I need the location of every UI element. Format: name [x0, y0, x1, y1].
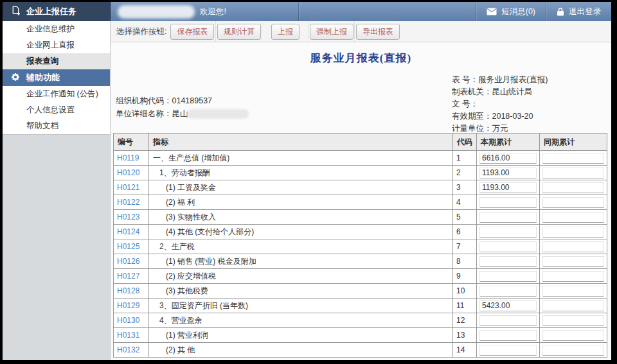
welcome-text: 欢迎您!: [200, 6, 226, 17]
prior-period-input[interactable]: [542, 345, 604, 356]
row-code-link[interactable]: H0127: [114, 272, 139, 281]
topbar: 企业上报任务 欢迎您! 短消息(0): [3, 2, 611, 21]
prior-period-input[interactable]: [542, 168, 604, 178]
col-header-current-period: 本期累计: [477, 134, 540, 151]
table-row: H0132 (2) 其 他 14: [114, 343, 607, 358]
table-row: H0131 (1) 营业利润 13: [114, 328, 607, 343]
logout-button[interactable]: 退出登录: [546, 2, 611, 21]
sidebar-item[interactable]: 企业信息维护: [3, 21, 110, 37]
row-code-link[interactable]: H0130: [114, 316, 139, 325]
meta-label: 计量单位：: [452, 124, 492, 133]
seq-cell: 9: [453, 269, 477, 284]
envelope-icon: [487, 8, 497, 15]
report-table: 编号 指标 代码 本期累计 同期累计 H0119: [113, 133, 607, 358]
prior-period-input[interactable]: [542, 153, 604, 164]
row-code-link[interactable]: H0128: [114, 286, 139, 295]
prior-period-input[interactable]: [542, 182, 604, 193]
row-code-link[interactable]: H0121: [114, 183, 139, 192]
row-code-cell: H0121: [114, 180, 149, 195]
toolbar-button[interactable]: 规则计算: [217, 24, 261, 40]
table-row: H0122 (2) 福 利 4: [114, 195, 607, 210]
prior-period-input[interactable]: [542, 212, 604, 223]
row-code-link[interactable]: H0123: [114, 212, 139, 221]
prior-period-input[interactable]: [542, 300, 604, 311]
sidebar-section-header-aux-functions[interactable]: 辅助功能: [3, 69, 110, 86]
toolbar-button[interactable]: 保存报表: [170, 24, 214, 40]
indicator-cell: 3、固定资产折旧 (当年数): [149, 299, 453, 313]
sidebar-item[interactable]: 帮助文档: [3, 118, 110, 134]
toolbar-button[interactable]: 导出报表: [356, 24, 400, 40]
row-code-cell: H0124: [114, 225, 149, 239]
meta-value: 服务业月报表(直报): [478, 75, 548, 84]
current-period-input[interactable]: [479, 271, 537, 282]
seq-cell: 11: [453, 299, 477, 313]
row-code-link[interactable]: H0122: [114, 198, 139, 207]
prior-period-input[interactable]: [542, 315, 604, 326]
row-code-link[interactable]: H0125: [114, 242, 139, 251]
table-row: H0123 (3) 实物性收入 5: [114, 210, 607, 225]
unit-name-prefix: 昆山: [172, 109, 188, 118]
row-code-link[interactable]: H0131: [114, 331, 139, 340]
prior-period-input[interactable]: [542, 241, 604, 252]
prior-period-input[interactable]: [542, 227, 604, 238]
current-period-cell: [477, 299, 540, 313]
current-period-cell: [477, 328, 540, 343]
current-period-input[interactable]: [479, 227, 537, 238]
row-code-link[interactable]: H0129: [114, 301, 139, 310]
report-meta-block: 表 号：服务业月报表(直报)制表机关：昆山统计局文 号：有效期至：2018-03…: [452, 74, 548, 135]
sidebar-item[interactable]: 报表查询: [3, 53, 110, 69]
row-code-link[interactable]: H0132: [114, 345, 139, 354]
current-period-input[interactable]: [479, 345, 537, 356]
seq-cell: 12: [453, 313, 477, 328]
prior-period-cell: [540, 239, 607, 254]
indicator-cell: (2) 其 他: [149, 343, 453, 358]
gear-icon: [11, 73, 20, 83]
current-period-input[interactable]: [479, 315, 537, 326]
current-period-cell: [477, 195, 540, 210]
current-period-input[interactable]: [479, 182, 537, 193]
indicator-cell: (1) 营业利润: [149, 328, 453, 343]
current-period-input[interactable]: [479, 256, 537, 267]
prior-period-input[interactable]: [542, 197, 604, 208]
sidebar-menu-aux-functions: 企业工作通知 (公告)个人信息设置帮助文档: [3, 86, 110, 134]
indicator-cell: (1) 工资及奖金: [149, 180, 453, 195]
prior-period-cell: [540, 254, 607, 269]
meta-value: 昆山统计局: [492, 87, 533, 96]
sidebar-item[interactable]: 企业工作通知 (公告): [3, 86, 110, 102]
sidebar-section-header-report-tasks[interactable]: 企业上报任务: [3, 2, 111, 21]
toolbar-button[interactable]: 强制上报: [310, 24, 353, 40]
prior-period-input[interactable]: [542, 271, 604, 282]
row-code-link[interactable]: H0126: [114, 257, 139, 266]
current-period-input[interactable]: [479, 241, 537, 252]
messages-label: 短消息(0): [501, 6, 535, 17]
meta-label: 制表机关：: [452, 87, 492, 96]
current-period-input[interactable]: [479, 286, 537, 297]
current-period-input[interactable]: [479, 330, 537, 341]
row-code-link[interactable]: H0119: [114, 153, 139, 162]
prior-period-input[interactable]: [542, 286, 604, 297]
row-code-cell: H0126: [114, 254, 149, 269]
indicator-cell: (2) 应交增值税: [149, 269, 453, 284]
sidebar-menu-report-tasks: 企业信息维护企业网上直报报表查询: [3, 21, 110, 69]
sidebar-item[interactable]: 企业网上直报: [3, 37, 110, 53]
current-period-input[interactable]: [479, 168, 537, 178]
prior-period-input[interactable]: [542, 256, 604, 267]
current-period-input[interactable]: [479, 212, 537, 223]
seq-cell: 10: [453, 284, 477, 299]
current-period-input[interactable]: [479, 300, 537, 311]
toolbar-button[interactable]: 上报: [271, 24, 300, 40]
row-code-link[interactable]: H0120: [114, 168, 139, 177]
sidebar-item[interactable]: 个人信息设置: [3, 102, 110, 118]
row-code-link[interactable]: H0124: [114, 227, 139, 236]
section-title-report-tasks: 企业上报任务: [26, 6, 76, 17]
indicator-cell: 一、生产总值 (增加值): [149, 151, 453, 166]
current-period-input[interactable]: [479, 153, 537, 164]
current-period-cell: [477, 343, 540, 358]
messages-button[interactable]: 短消息(0): [476, 2, 546, 21]
indicator-cell: 1、劳动者报酬: [149, 166, 453, 180]
prior-period-input[interactable]: [542, 330, 604, 341]
current-period-input[interactable]: [479, 197, 537, 208]
prior-period-cell: [540, 313, 607, 328]
seq-cell: 2: [453, 166, 477, 180]
table-row: H0127 (2) 应交增值税 9: [114, 269, 607, 284]
